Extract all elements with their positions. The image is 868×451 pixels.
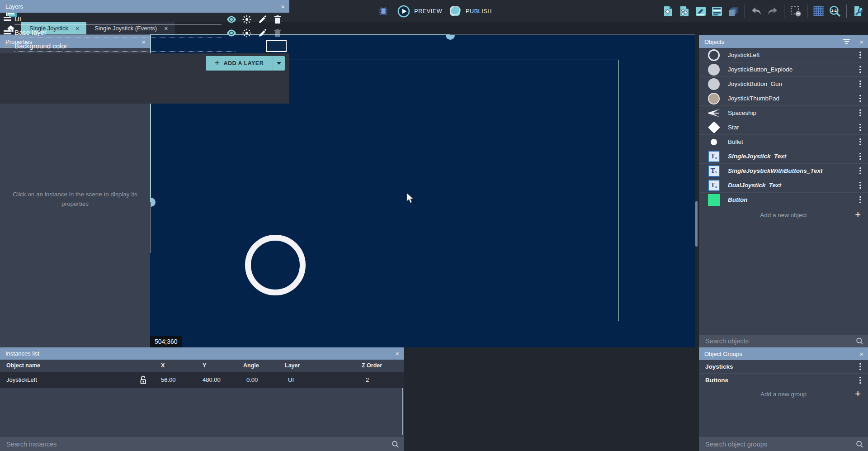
- object-groups-panel: Object Groups × Joysticks Buttons Add a …: [699, 347, 868, 437]
- delete-layer-trash-icon[interactable]: [272, 14, 283, 25]
- background-color-label: Background color: [14, 42, 236, 52]
- object-menu-kebab-icon[interactable]: [857, 95, 863, 102]
- group-name: Buttons: [705, 377, 857, 384]
- properties-list-icon[interactable]: [710, 4, 724, 19]
- svg-text:1:1: 1:1: [831, 9, 837, 12]
- object-row-bullet[interactable]: Bullet: [699, 135, 868, 149]
- objects-panel-scrollbar[interactable]: [695, 201, 698, 247]
- text-object-icon: Tx: [707, 151, 721, 162]
- add-group-label: Add a new group: [760, 391, 807, 398]
- object-menu-kebab-icon[interactable]: [857, 196, 863, 204]
- object-name: SingleJoystick_Text: [728, 153, 857, 160]
- visibility-eye-icon[interactable]: [226, 28, 237, 38]
- edit-layer-pencil-icon[interactable]: [257, 14, 268, 25]
- layers-stack-icon[interactable]: [726, 4, 741, 19]
- debugger-icon[interactable]: [376, 4, 391, 19]
- search-icon: [392, 440, 399, 448]
- tan-circle-icon: [707, 93, 721, 104]
- search-instances-input[interactable]: [0, 437, 404, 451]
- add-layer-button[interactable]: + ADD A LAYER: [206, 56, 285, 71]
- column-y: Y: [203, 362, 206, 369]
- object-groups-icon[interactable]: [677, 4, 692, 19]
- zoom-1-1-icon[interactable]: 1:1: [828, 4, 842, 19]
- close-icon[interactable]: ×: [395, 347, 399, 360]
- object-name: Button: [728, 196, 857, 203]
- group-row-buttons[interactable]: Buttons: [699, 374, 868, 387]
- settings-wrench-icon[interactable]: [851, 4, 865, 19]
- object-row-spaceship[interactable]: Spaceship: [699, 106, 868, 120]
- object-row-star[interactable]: Star: [699, 120, 868, 135]
- edit-layer-pencil-icon[interactable]: [257, 28, 268, 38]
- preview-label: PREVIEW: [414, 8, 442, 14]
- object-row-joystickbutton-gun[interactable]: JoystickButton_Gun: [699, 77, 868, 91]
- object-row-singlejoystick-text[interactable]: Tx SingleJoystick_Text: [699, 149, 868, 164]
- vertical-splitter-handle[interactable]: [151, 198, 156, 207]
- object-menu-kebab-icon[interactable]: [857, 52, 863, 59]
- object-menu-kebab-icon[interactable]: [857, 167, 863, 175]
- search-icon: [856, 440, 863, 448]
- background-color-swatch[interactable]: [266, 40, 287, 52]
- object-menu-kebab-icon[interactable]: [857, 182, 863, 189]
- group-row-joysticks[interactable]: Joysticks: [699, 360, 868, 374]
- search-objects-input[interactable]: [699, 335, 868, 347]
- instance-row-joystickleft[interactable]: JoystickLeft 56.00 480.00 0.00 UI 2: [0, 372, 404, 388]
- add-object-button[interactable]: Add a new object +: [699, 207, 868, 223]
- object-menu-kebab-icon[interactable]: [857, 66, 863, 73]
- column-angle: Angle: [243, 362, 259, 369]
- object-menu-kebab-icon[interactable]: [857, 124, 863, 131]
- redo-icon[interactable]: [765, 4, 780, 19]
- publish-button[interactable]: PUBLISH: [448, 5, 492, 18]
- visibility-eye-icon[interactable]: [226, 14, 237, 25]
- search-icon: [856, 337, 863, 345]
- toolbar-divider: [784, 5, 784, 18]
- layer-effects-icon[interactable]: [241, 28, 252, 38]
- grid-icon[interactable]: [811, 4, 826, 19]
- group-menu-kebab-icon[interactable]: [857, 363, 863, 370]
- add-object-icon[interactable]: [661, 4, 675, 19]
- instances-panel-scrollbar[interactable]: [402, 388, 403, 435]
- layer-name-field[interactable]: UI: [14, 15, 222, 24]
- object-row-joystickbutton-explode[interactable]: JoystickButton_Explode: [699, 62, 868, 77]
- drag-handle-icon[interactable]: [4, 17, 11, 22]
- object-menu-kebab-icon[interactable]: [857, 138, 863, 146]
- close-icon[interactable]: ×: [281, 0, 285, 13]
- joystick-instance[interactable]: [245, 235, 306, 295]
- plus-icon: +: [855, 389, 861, 399]
- group-menu-kebab-icon[interactable]: [857, 377, 863, 384]
- object-row-button[interactable]: Button: [699, 193, 868, 207]
- search-object-groups-input[interactable]: [699, 437, 868, 451]
- column-z-order: Z Order: [362, 362, 382, 369]
- close-icon[interactable]: ×: [859, 347, 863, 360]
- edit-scene-icon[interactable]: [693, 4, 708, 19]
- add-object-label: Add a new object: [760, 212, 807, 218]
- instance-angle: 0.00: [246, 376, 258, 383]
- object-menu-kebab-icon[interactable]: [857, 109, 863, 117]
- object-menu-kebab-icon[interactable]: [857, 153, 863, 160]
- instances-column-headers: Object name X Y Angle Layer Z Order: [0, 360, 404, 372]
- object-name: Star: [728, 124, 857, 131]
- close-icon[interactable]: ×: [859, 35, 863, 48]
- text-object-icon: Tx: [707, 180, 721, 191]
- filter-icon[interactable]: [843, 39, 850, 45]
- layer-name-field[interactable]: Base layer: [14, 28, 222, 38]
- preview-button[interactable]: PREVIEW: [397, 5, 442, 18]
- toolbar-divider: [807, 5, 807, 18]
- object-row-singlejoystickwithbuttons-text[interactable]: Tx SingleJoystickWithButtons_Text: [699, 164, 868, 178]
- horizontal-splitter-handle[interactable]: [446, 35, 455, 40]
- drag-handle-icon[interactable]: [4, 30, 11, 36]
- object-menu-kebab-icon[interactable]: [857, 81, 863, 88]
- bullet-icon: [707, 139, 721, 145]
- gray-circle-icon: [707, 78, 721, 90]
- undo-icon[interactable]: [749, 4, 764, 19]
- add-layer-dropdown-arrow[interactable]: [273, 56, 285, 71]
- object-row-joystickleft[interactable]: JoystickLeft: [699, 48, 868, 62]
- clear-selection-icon[interactable]: [788, 4, 803, 19]
- unlock-icon[interactable]: [139, 375, 147, 385]
- add-group-button[interactable]: Add a new group +: [699, 387, 868, 401]
- object-row-joystickthumbpad[interactable]: JoystickThumbPad: [699, 91, 868, 106]
- green-square-icon: [707, 194, 721, 206]
- object-row-dualjoystick-text[interactable]: Tx DualJoystick_Text: [699, 178, 868, 193]
- object-name: SingleJoystickWithButtons_Text: [728, 167, 857, 174]
- layer-effects-icon[interactable]: [241, 14, 252, 25]
- objects-panel-title: Objects: [704, 38, 724, 45]
